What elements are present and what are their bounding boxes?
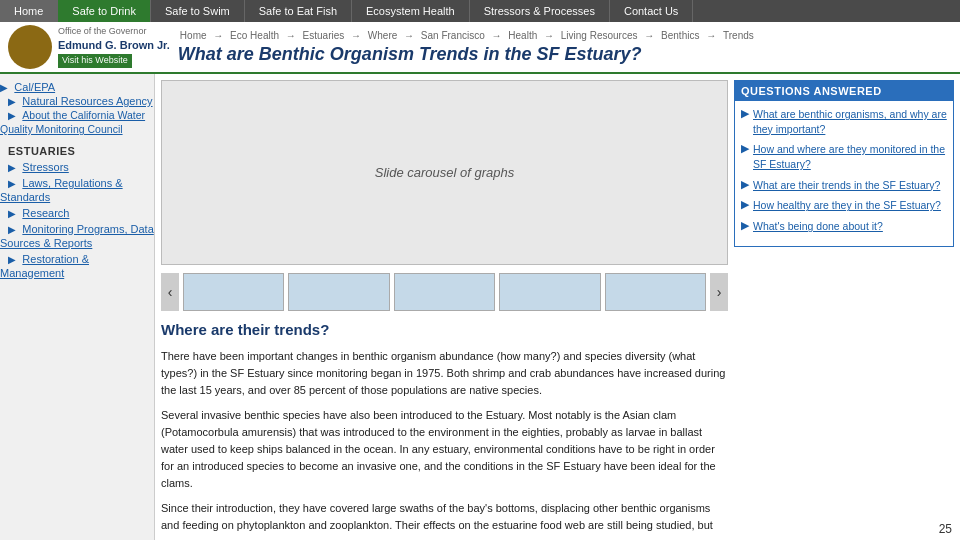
left-sidebar: ▶ Cal/EPA ▶ Natural Resources Agency ▶ A… xyxy=(0,74,155,540)
nav-safe-to-swim[interactable]: Safe to Swim xyxy=(151,0,245,22)
paragraph-2: Several invasive benthic species have al… xyxy=(161,407,728,492)
breadcrumb-living-resources[interactable]: Living Resources xyxy=(561,30,638,41)
qa-title: QUESTIONS ANSWERED xyxy=(735,81,953,101)
trend-title: Where are their trends? xyxy=(161,319,728,342)
carousel-container: Slide carousel of graphs xyxy=(161,80,728,265)
right-sidebar: QUESTIONS ANSWERED ▶ What are benthic or… xyxy=(734,80,954,534)
qa-link-text-1[interactable]: What are benthic organisms, and why are … xyxy=(753,107,947,136)
qa-arrow-4: ▶ xyxy=(741,198,749,213)
paragraph-3: Since their introduction, they have cove… xyxy=(161,500,728,534)
breadcrumb: Home → Eco Health → Estuaries → Where → … xyxy=(178,30,944,41)
qa-link-text-2[interactable]: How and where are they monitored in the … xyxy=(753,142,947,171)
qa-link-text-3[interactable]: What are their trends in the SF Estuary? xyxy=(753,178,940,193)
nav-contact-us[interactable]: Contact Us xyxy=(610,0,693,22)
sidebar-link-laws[interactable]: Laws, Regulations & Standards xyxy=(0,177,123,203)
sidebar-arrow-nra: ▶ xyxy=(0,96,16,107)
main-layout: ▶ Cal/EPA ▶ Natural Resources Agency ▶ A… xyxy=(0,74,960,540)
qa-arrow-1: ▶ xyxy=(741,107,749,136)
qa-link-2[interactable]: ▶ How and where are they monitored in th… xyxy=(741,142,947,171)
qa-link-1[interactable]: ▶ What are benthic organisms, and why ar… xyxy=(741,107,947,136)
sidebar-link-calepa[interactable]: Cal/EPA xyxy=(14,81,55,93)
qa-link-5[interactable]: ▶ What's being done about it? xyxy=(741,219,947,234)
sidebar-arrow-restoration: ▶ xyxy=(0,254,16,265)
breadcrumb-trends: Trends xyxy=(723,30,754,41)
sidebar-link-about[interactable]: About the California Water Quality Monit… xyxy=(0,109,145,135)
sidebar-link-nra[interactable]: Natural Resources Agency xyxy=(22,95,152,107)
qa-arrow-5: ▶ xyxy=(741,219,749,234)
carousel-thumb-3[interactable] xyxy=(394,273,495,311)
top-navigation: Home Safe to Drink Safe to Swim Safe to … xyxy=(0,0,960,22)
breadcrumb-benthics[interactable]: Benthics xyxy=(661,30,699,41)
nav-home[interactable]: Home xyxy=(0,0,58,22)
visit-website-link[interactable]: Visit his Website xyxy=(58,54,132,68)
carousel-thumb-4[interactable] xyxy=(499,273,600,311)
sidebar-arrow-laws: ▶ xyxy=(0,178,16,189)
breadcrumb-area: Home → Eco Health → Estuaries → Where → … xyxy=(170,26,952,69)
qa-link-text-4[interactable]: How healthy are they in the SF Estuary? xyxy=(753,198,941,213)
nav-ecosystem-health[interactable]: Ecosystem Health xyxy=(352,0,470,22)
gov-line: Office of the Governor xyxy=(58,26,170,38)
sidebar-arrow-about: ▶ xyxy=(0,110,16,121)
text-section: Where are their trends? There have been … xyxy=(161,319,728,534)
content-area: Slide carousel of graphs ‹ › Where are t… xyxy=(155,74,960,540)
carousel-label: Slide carousel of graphs xyxy=(375,165,514,180)
governor-photo xyxy=(8,25,52,69)
carousel-thumb-1[interactable] xyxy=(183,273,284,311)
nav-safe-to-eat-fish[interactable]: Safe to Eat Fish xyxy=(245,0,352,22)
sidebar-link-monitoring[interactable]: Monitoring Programs, Data Sources & Repo… xyxy=(0,223,154,249)
sidebar-link-stressors[interactable]: Stressors xyxy=(22,161,68,173)
qa-link-3[interactable]: ▶ What are their trends in the SF Estuar… xyxy=(741,178,947,193)
breadcrumb-estuaries[interactable]: Estuaries xyxy=(303,30,345,41)
breadcrumb-home[interactable]: Home xyxy=(180,30,207,41)
page-number: 25 xyxy=(939,522,952,536)
qa-link-text-5[interactable]: What's being done about it? xyxy=(753,219,883,234)
nav-safe-to-drink[interactable]: Safe to Drink xyxy=(58,0,151,22)
logo-area: Office of the Governor Edmund G. Brown J… xyxy=(8,25,170,69)
page-title: What are Benthic Organism Trends in the … xyxy=(178,44,944,65)
carousel-thumb-2[interactable] xyxy=(288,273,389,311)
sidebar-section-estuaries: ESTUARIES xyxy=(0,140,154,159)
nav-stressors-processes[interactable]: Stressors & Processes xyxy=(470,0,610,22)
breadcrumb-health[interactable]: Health xyxy=(508,30,537,41)
carousel-thumb-5[interactable] xyxy=(605,273,706,311)
carousel-next-button[interactable]: › xyxy=(710,273,728,311)
governor-name: Edmund G. Brown Jr. xyxy=(58,38,170,52)
qa-arrow-2: ▶ xyxy=(741,142,749,171)
sidebar-arrow-research: ▶ xyxy=(0,208,16,219)
breadcrumb-san-francisco[interactable]: San Francisco xyxy=(421,30,485,41)
sidebar-arrow-monitoring: ▶ xyxy=(0,224,16,235)
sidebar-link-research[interactable]: Research xyxy=(22,207,69,219)
qa-arrow-3: ▶ xyxy=(741,178,749,193)
paragraph-1: There have been important changes in ben… xyxy=(161,348,728,399)
qa-link-4[interactable]: ▶ How healthy are they in the SF Estuary… xyxy=(741,198,947,213)
page-header: Office of the Governor Edmund G. Brown J… xyxy=(0,22,960,74)
carousel-thumbnails: ‹ › xyxy=(161,271,728,313)
breadcrumb-where[interactable]: Where xyxy=(368,30,397,41)
center-column: Slide carousel of graphs ‹ › Where are t… xyxy=(161,80,728,534)
qa-box: QUESTIONS ANSWERED ▶ What are benthic or… xyxy=(734,80,954,247)
sidebar-arrow-calepa: ▶ xyxy=(0,82,8,93)
sidebar-arrow-stressors: ▶ xyxy=(0,162,16,173)
breadcrumb-eco-health[interactable]: Eco Health xyxy=(230,30,279,41)
logo-text: Office of the Governor Edmund G. Brown J… xyxy=(58,26,170,68)
carousel-prev-button[interactable]: ‹ xyxy=(161,273,179,311)
